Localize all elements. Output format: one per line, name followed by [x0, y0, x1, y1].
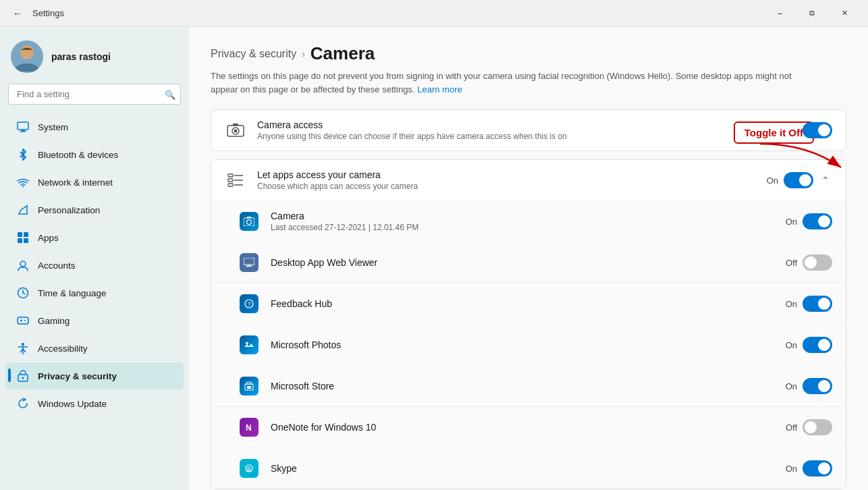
- breadcrumb-parent[interactable]: Privacy & security: [211, 48, 296, 60]
- close-button[interactable]: ✕: [829, 0, 860, 27]
- camera-app-icon-wrap: [238, 211, 260, 232]
- svg-rect-39: [244, 218, 254, 226]
- sidebar-item-accounts[interactable]: Accounts: [5, 252, 184, 279]
- onenote-app-toggle[interactable]: [803, 419, 832, 435]
- feedback-app-toggle[interactable]: [803, 296, 832, 312]
- let-apps-toggle[interactable]: [784, 172, 813, 188]
- camera-app-title: Camera: [271, 211, 775, 221]
- store-app-row: Microsoft Store On: [211, 366, 846, 407]
- sidebar-item-time[interactable]: Time & language: [5, 279, 184, 306]
- app-body: paras rastogi 🔍 System Bluetooth & devic…: [0, 27, 868, 490]
- camera-access-toggle[interactable]: [803, 122, 832, 138]
- camera-access-info: Camera access Anyone using this device c…: [257, 119, 775, 141]
- camera-app-desc: Last accessed 27-12-2021 | 12.01.46 PM: [271, 223, 775, 232]
- svg-point-12: [20, 261, 26, 267]
- sidebar-item-system[interactable]: System: [5, 113, 184, 140]
- bluetooth-icon: [16, 148, 30, 161]
- store-app-icon: [240, 377, 259, 396]
- feedback-app-title: Feedback Hub: [271, 298, 775, 309]
- breadcrumb-current: Camera: [310, 43, 375, 64]
- skype-app-control: On: [786, 460, 832, 477]
- profile-name: paras rastogi: [51, 51, 111, 62]
- let-apps-title: Let apps access your camera: [257, 169, 756, 180]
- breadcrumb: Privacy & security › Camera: [211, 43, 846, 64]
- desktop-app-toggle[interactable]: [803, 254, 832, 271]
- store-app-title: Microsoft Store: [271, 381, 775, 391]
- sidebar-item-accessibility[interactable]: Accessibility: [5, 335, 184, 362]
- user-profile[interactable]: paras rastogi: [0, 27, 189, 84]
- sidebar-item-gaming[interactable]: Gaming: [5, 307, 184, 334]
- onenote-app-row: N OneNote for Windows 10 Off: [211, 407, 846, 448]
- app-title: Settings: [32, 8, 64, 18]
- sidebar-item-label: Accounts: [38, 261, 76, 271]
- gaming-icon: [16, 314, 30, 327]
- desktop-app-icon: [240, 253, 259, 272]
- skype-app-toggle[interactable]: [803, 460, 832, 477]
- sidebar-item-privacy[interactable]: Privacy & security: [5, 362, 184, 389]
- svg-rect-32: [233, 124, 238, 126]
- minimize-icon: ‒: [778, 9, 782, 18]
- svg-line-15: [23, 293, 25, 294]
- let-apps-label: On: [767, 175, 778, 186]
- svg-point-40: [247, 220, 252, 225]
- apps-icon: [16, 231, 30, 244]
- svg-text:?: ?: [247, 301, 250, 308]
- photos-app-info: Microsoft Photos: [271, 339, 775, 350]
- photos-app-title: Microsoft Photos: [271, 339, 775, 350]
- sidebar-item-apps[interactable]: Apps: [5, 224, 184, 251]
- photos-app-label: On: [786, 340, 797, 350]
- main-content: Privacy & security › Camera The settings…: [189, 27, 868, 490]
- onenote-app-control: Off: [786, 419, 832, 435]
- svg-rect-35: [228, 184, 233, 186]
- photos-app-icon-wrap: [238, 334, 260, 356]
- sidebar-item-label: Windows Update: [38, 399, 107, 409]
- sidebar-item-label: System: [38, 122, 68, 132]
- svg-rect-25: [8, 369, 11, 382]
- avatar: [11, 40, 43, 73]
- let-apps-row: Let apps access your camera Choose which…: [211, 160, 846, 201]
- let-apps-info: Let apps access your camera Choose which…: [257, 169, 756, 191]
- accessibility-icon: [16, 342, 30, 355]
- back-button[interactable]: ←: [8, 4, 27, 23]
- feedback-app-info: Feedback Hub: [271, 298, 775, 309]
- svg-rect-5: [20, 132, 26, 132]
- desktop-app-label: Off: [786, 258, 797, 268]
- store-app-icon-wrap: [238, 375, 260, 397]
- skype-app-row: S Skype On: [211, 448, 846, 489]
- svg-rect-9: [24, 232, 28, 237]
- learn-more-link[interactable]: Learn more: [417, 84, 462, 94]
- photos-app-control: On: [786, 337, 832, 353]
- sidebar-item-update[interactable]: Windows Update: [5, 390, 184, 417]
- store-app-toggle[interactable]: [803, 378, 832, 394]
- sidebar-item-label: Bluetooth & devices: [38, 150, 118, 160]
- skype-app-title: Skype: [271, 463, 775, 474]
- camera-app-icon: [240, 212, 259, 231]
- search-input[interactable]: [8, 84, 181, 105]
- sidebar-item-bluetooth[interactable]: Bluetooth & devices: [5, 141, 184, 168]
- app-camera-row: Camera Last accessed 27-12-2021 | 12.01.…: [211, 201, 846, 242]
- svg-rect-11: [24, 238, 28, 243]
- let-apps-chevron[interactable]: ⌃: [819, 172, 832, 188]
- skype-app-icon-wrap: S: [238, 458, 260, 479]
- feedback-app-row: ? Feedback Hub On: [211, 283, 846, 325]
- camera-app-info: Camera Last accessed 27-12-2021 | 12.01.…: [271, 211, 775, 232]
- search-icon: 🔍: [165, 89, 175, 99]
- desktop-app-title: Desktop App Web Viewer: [271, 257, 775, 268]
- camera-app-toggle[interactable]: [803, 213, 832, 229]
- sidebar-item-network[interactable]: Network & internet: [5, 169, 184, 196]
- feedback-app-label: On: [786, 299, 797, 309]
- svg-text:S: S: [247, 466, 251, 472]
- minimize-button[interactable]: ‒: [764, 0, 795, 27]
- let-apps-icon: [225, 169, 246, 191]
- maximize-button[interactable]: ⧉: [796, 0, 828, 27]
- photos-app-icon: [240, 335, 259, 354]
- back-icon: ←: [13, 8, 22, 19]
- svg-rect-10: [18, 238, 22, 243]
- sidebar-item-label: Apps: [38, 233, 59, 243]
- titlebar: ← Settings ‒ ⧉ ✕: [0, 0, 868, 27]
- desktop-app-row: Desktop App Web Viewer Off: [211, 242, 846, 283]
- store-app-label: On: [786, 381, 797, 391]
- sidebar-item-personalization[interactable]: Personalization: [5, 196, 184, 223]
- svg-point-31: [234, 130, 238, 133]
- photos-app-toggle[interactable]: [803, 337, 832, 353]
